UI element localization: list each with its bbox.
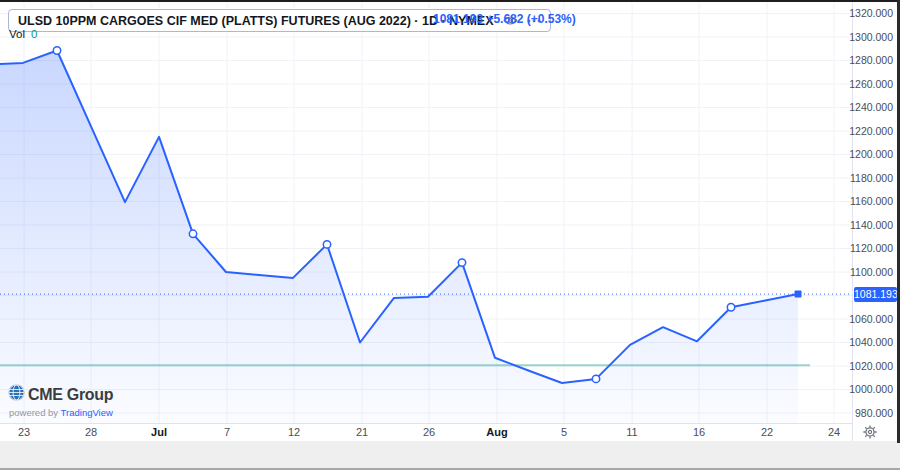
time-axis-label: 11	[612, 426, 652, 438]
gear-icon[interactable]	[862, 424, 878, 440]
time-axis-label: 5	[544, 426, 584, 438]
price-axis-label: 1000.000	[849, 382, 893, 397]
price-axis-label: 980.000	[855, 406, 893, 421]
page-background-strip	[0, 441, 900, 470]
price-summary: 1081.193 +5.682 (+0.53%)	[433, 12, 576, 26]
price-axis-label: 1120.000	[850, 241, 893, 256]
cme-globe-icon	[8, 384, 25, 405]
price-axis-label: 1180.000	[850, 171, 893, 186]
last-point-marker	[795, 291, 802, 298]
time-axis[interactable]: 2328Jul7122126Aug511162224	[0, 423, 852, 441]
chart-widget: ULSD 10PPM CARGOES CIF MED (PLATTS) FUTU…	[0, 0, 900, 470]
data-point-marker	[727, 304, 734, 311]
price-axis-label: 1160.000	[850, 194, 893, 209]
time-axis-label: 21	[342, 426, 382, 438]
price-axis-label: 1240.000	[849, 100, 893, 115]
time-axis-label: 28	[71, 426, 111, 438]
time-axis-label: 7	[207, 426, 247, 438]
time-axis-label: Jul	[139, 426, 179, 438]
data-point-marker	[189, 230, 196, 237]
price-axis[interactable]: 1081.193 1320.0001300.0001280.0001260.00…	[852, 2, 897, 441]
volume-label: Vol	[9, 28, 25, 40]
cme-logo-link[interactable]: CME Group	[8, 384, 113, 405]
data-point-marker	[323, 241, 330, 248]
powered-by-row: powered by TradingView	[9, 407, 113, 418]
symbol-title: ULSD 10PPM CARGOES CIF MED (PLATTS) FUTU…	[18, 14, 494, 28]
time-axis-label: 16	[679, 426, 719, 438]
price-axis-label: 1040.000	[849, 335, 893, 350]
data-point-marker	[53, 47, 60, 54]
price-axis-label: 1100.000	[850, 265, 893, 280]
price-axis-label: 1020.000	[849, 359, 893, 374]
data-point-marker	[592, 375, 599, 382]
time-axis-label: 24	[814, 426, 854, 438]
price-chart[interactable]	[0, 0, 852, 441]
time-axis-label: 22	[747, 426, 787, 438]
price-axis-label: 1200.000	[849, 147, 893, 162]
powered-by-label: powered by	[9, 407, 58, 418]
time-axis-label: 23	[4, 426, 44, 438]
price-axis-label: 1140.000	[850, 218, 893, 233]
price-axis-label: 1260.000	[849, 77, 893, 92]
window-top-border	[0, 0, 900, 2]
time-axis-label: 26	[409, 426, 449, 438]
price-axis-label: 1220.000	[849, 124, 893, 139]
volume-row: Vol0	[9, 28, 37, 40]
price-axis-label: 1300.000	[849, 30, 893, 45]
time-axis-label: Aug	[477, 426, 517, 438]
time-axis-label: 12	[274, 426, 314, 438]
price-axis-label: 1060.000	[849, 312, 893, 327]
attribution: CME Group powered by TradingView	[8, 384, 113, 418]
cme-logo-text: CME Group	[28, 386, 113, 404]
volume-value: 0	[31, 28, 37, 40]
tradingview-link[interactable]: TradingView	[61, 407, 113, 418]
price-axis-label: 1280.000	[849, 53, 893, 68]
current-price-badge: 1081.193	[854, 287, 897, 302]
area-fill	[0, 51, 798, 424]
data-point-marker	[458, 259, 465, 266]
price-axis-label: 1320.000	[849, 6, 893, 21]
